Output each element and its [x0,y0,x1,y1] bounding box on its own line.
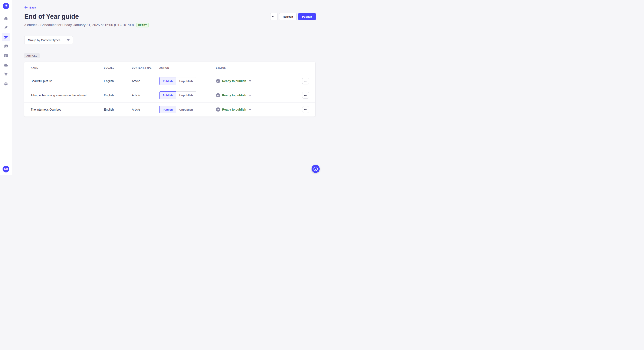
sidebar-item-deploy[interactable] [2,61,10,69]
check-icon [216,93,220,97]
chevron-down-icon [249,95,251,96]
sidebar-item-content-type-builder[interactable] [2,51,10,60]
avatar[interactable]: KD [2,166,9,173]
back-label: Back [30,6,36,9]
column-header-content-type: CONTENT-TYPE [132,67,159,69]
entry-content-type: Article [132,94,159,97]
release-more-button[interactable] [270,13,278,20]
publish-toggle[interactable]: Publish [159,91,176,99]
entry-name: The internet's Own boy [31,108,104,111]
table-row[interactable]: A bug is becoming a meme on the internet… [24,88,316,102]
row-more-button[interactable] [302,78,309,84]
app-root: KD Back End of Year guide Refresh Publis… [0,0,322,175]
entry-locale: English [104,108,132,111]
sidebar-item-settings[interactable] [2,80,10,88]
more-icon [272,16,276,17]
unpublish-toggle[interactable]: Unpublish [176,77,196,85]
sidebar-item-marketplace[interactable] [2,70,10,79]
main-content: Back End of Year guide Refresh Publish 3… [12,0,322,175]
entry-name: Beautiful picture [31,79,104,83]
chevron-down-icon [249,109,251,110]
group-by-select[interactable]: Group by Content-Types [24,36,73,44]
row-more-button[interactable] [302,106,309,113]
feather-icon [4,25,8,30]
status-badge: READY [136,23,149,27]
strapi-logo-icon [3,3,9,9]
entry-name: A bug is becoming a meme on the internet [31,94,104,97]
release-meta: 3 entries - Scheduled for Friday, Januar… [24,23,134,27]
action-toggle: Publish Unpublish [159,91,196,99]
images-icon [4,44,8,48]
row-more-button[interactable] [302,92,309,99]
chevron-down-icon [67,39,70,41]
help-button[interactable]: ? [312,165,320,173]
status-label: Ready to publish [222,94,246,97]
gear-icon [4,82,8,86]
back-link[interactable]: Back [24,6,36,9]
check-icon [216,79,220,83]
entries-table: NAME LOCALE CONTENT-TYPE ACTION STATUS B… [24,62,316,117]
entry-content-type: Article [132,79,159,83]
more-icon [304,109,307,110]
entry-content-type: Article [132,108,159,111]
status-label: Ready to publish [222,108,246,111]
table-header-row: NAME LOCALE CONTENT-TYPE ACTION STATUS [24,62,316,74]
paper-plane-icon [4,35,8,39]
entry-locale: English [104,79,132,83]
column-header-action: ACTION [159,67,216,69]
more-icon [304,81,307,81]
subtitle-row: 3 entries - Scheduled for Friday, Januar… [24,23,316,27]
question-mark-icon: ? [314,167,318,171]
status-dropdown[interactable]: Ready to publish [216,107,251,112]
back-arrow-icon [24,6,28,9]
cloud-icon [4,63,8,67]
layout-icon [4,54,8,58]
sidebar-nav [2,14,10,89]
check-icon [216,107,220,112]
action-toggle: Publish Unpublish [159,77,196,85]
content-type-group-badge: ARTICLE [24,53,40,58]
cart-icon [4,72,8,77]
unpublish-toggle[interactable]: Unpublish [176,91,196,99]
column-header-status: STATUS [216,67,296,69]
home-icon [4,16,8,20]
unpublish-toggle[interactable]: Unpublish [176,106,196,113]
sidebar-item-home[interactable] [2,14,10,22]
table-row[interactable]: The internet's Own boy English Article P… [24,102,316,117]
more-icon [304,95,307,96]
publish-release-button[interactable]: Publish [298,13,316,20]
header-actions: Refresh Publish [270,13,316,20]
sidebar-item-media-library[interactable] [2,42,10,51]
chevron-down-icon [249,80,251,82]
column-header-locale: LOCALE [104,67,132,69]
entry-locale: English [104,94,132,97]
strapi-logo[interactable] [3,3,9,9]
logo-area [0,0,12,12]
page-title: End of Year guide [24,13,79,20]
column-header-name: NAME [31,67,104,69]
sidebar: KD [0,0,12,175]
status-dropdown[interactable]: Ready to publish [216,93,251,97]
refresh-button[interactable]: Refresh [279,13,297,20]
sidebar-item-content-manager[interactable] [2,23,10,32]
publish-toggle[interactable]: Publish [159,77,176,85]
action-toggle: Publish Unpublish [159,106,196,113]
table-row[interactable]: Beautiful picture English Article Publis… [24,74,316,88]
group-by-label: Group by Content-Types [28,38,60,42]
sidebar-item-releases[interactable] [2,33,10,41]
title-row: End of Year guide Refresh Publish [24,13,316,20]
status-dropdown[interactable]: Ready to publish [216,79,251,83]
publish-toggle[interactable]: Publish [159,106,176,113]
status-label: Ready to publish [222,79,246,83]
